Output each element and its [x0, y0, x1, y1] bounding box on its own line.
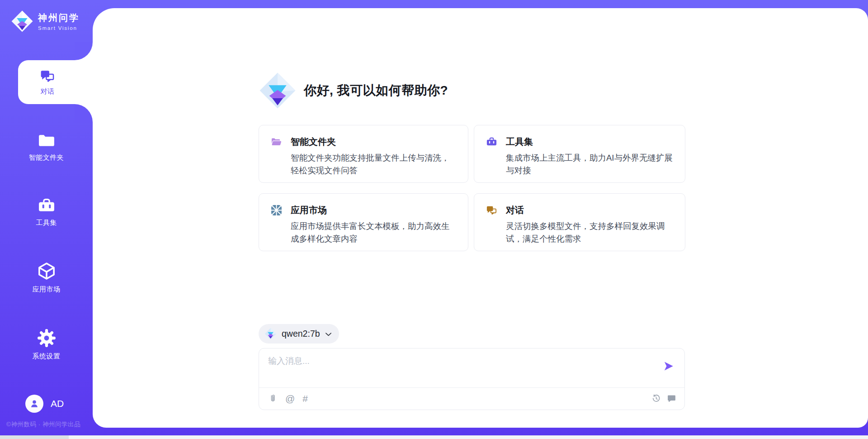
composer-divider — [259, 387, 684, 388]
gem-logo-icon — [264, 328, 277, 340]
mention-icon[interactable]: @ — [285, 394, 295, 403]
clock-history-icon[interactable] — [651, 394, 661, 403]
briefcase-icon — [486, 136, 497, 148]
person-icon — [28, 398, 40, 410]
message-square-icon[interactable] — [667, 394, 676, 403]
folder-icon — [38, 132, 56, 149]
avatar — [25, 395, 43, 413]
card-chat[interactable]: 对话 灵活切换多模型文件，支持多样回复效果调试，满足个性化需求 — [474, 193, 685, 251]
sidebar-item-market[interactable]: 应用市场 — [0, 262, 93, 294]
card-smart-folders[interactable]: 智能文件夹 智能文件夹功能支持批量文件上传与清洗，轻松实现文件问答 — [259, 125, 468, 183]
brand-name: 神州问学 — [38, 12, 80, 24]
brand: 神州问学 Smart Vision — [11, 10, 80, 33]
sidebar-item-folders[interactable]: 智能文件夹 — [0, 132, 93, 162]
grid-icon — [271, 205, 282, 216]
card-description: 应用市场提供丰富长文本模板，助力高效生成多样化文章内容 — [291, 220, 457, 245]
feature-cards: 智能文件夹 智能文件夹功能支持批量文件上传与清洗，轻松实现文件问答 工具集 集成… — [259, 125, 685, 251]
sidebar-item-label: 应用市场 — [33, 285, 61, 294]
copyright-footer: ©神州数码 · 神州问学出品 — [6, 420, 80, 429]
tab-fillet-bottom — [75, 104, 93, 122]
sidebar-item-chat[interactable]: 对话 — [18, 60, 95, 104]
card-description: 智能文件夹功能支持批量文件上传与清洗，轻松实现文件问答 — [291, 152, 457, 177]
main-panel: 你好, 我可以如何帮助你? 智能文件夹 智能文件夹功能支持批量文件上传与清洗，轻… — [93, 8, 868, 428]
horizontal-scrollbar — [0, 435, 868, 439]
greeting-title: 你好, 我可以如何帮助你? — [304, 82, 448, 99]
brand-subtitle: Smart Vision — [38, 25, 80, 31]
chat-bubbles-icon — [486, 205, 497, 216]
gear-icon — [37, 329, 56, 348]
paperclip-icon[interactable] — [268, 394, 278, 403]
message-input[interactable] — [268, 355, 657, 383]
card-description: 灵活切换多模型文件，支持多样回复效果调试，满足个性化需求 — [506, 220, 674, 245]
user-profile[interactable]: AD — [25, 395, 64, 413]
scrollbar-thumb[interactable] — [0, 435, 69, 439]
sidebar-item-label: 智能文件夹 — [29, 153, 64, 162]
card-title: 工具集 — [506, 136, 533, 148]
tab-fillet-top — [75, 42, 93, 60]
chevron-down-icon — [325, 331, 332, 337]
card-title: 对话 — [506, 204, 524, 216]
hash-icon[interactable]: # — [302, 394, 308, 403]
card-description: 集成市场上主流工具，助力AI与外界无缝扩展与对接 — [506, 152, 674, 177]
send-arrow-icon[interactable] — [663, 360, 675, 372]
briefcase-icon — [38, 197, 56, 214]
card-toolset[interactable]: 工具集 集成市场上主流工具，助力AI与外界无缝扩展与对接 — [474, 125, 685, 183]
model-name: qwen2:7b — [282, 329, 320, 339]
model-selector[interactable]: qwen2:7b — [259, 324, 339, 344]
greeting: 你好, 我可以如何帮助你? — [259, 72, 448, 110]
chat-bubbles-icon — [40, 69, 55, 83]
message-composer: @ # — [259, 348, 685, 410]
sidebar-item-label: 系统设置 — [33, 352, 61, 361]
sidebar-item-label: 对话 — [41, 87, 55, 96]
sidebar-item-tools[interactable]: 工具集 — [0, 197, 93, 227]
card-title: 智能文件夹 — [291, 136, 336, 148]
folder-open-icon — [271, 136, 282, 148]
gem-logo-icon — [259, 72, 297, 110]
gem-logo-icon — [11, 10, 33, 33]
card-app-market[interactable]: 应用市场 应用市场提供丰富长文本模板，助力高效生成多样化文章内容 — [259, 193, 468, 251]
card-title: 应用市场 — [291, 204, 327, 216]
user-initials: AD — [51, 398, 64, 409]
cube-icon — [37, 262, 56, 281]
sidebar-item-settings[interactable]: 系统设置 — [0, 329, 93, 361]
sidebar-item-label: 工具集 — [36, 219, 57, 227]
